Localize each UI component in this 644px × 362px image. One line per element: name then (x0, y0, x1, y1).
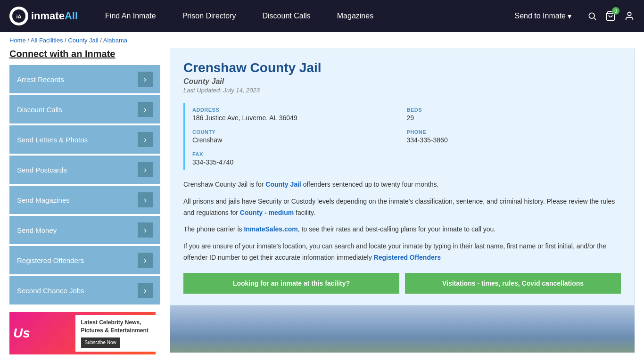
sidebar-item-registered-offenders[interactable]: Registered Offenders › (9, 246, 160, 274)
desc-paragraph-1: Crenshaw County Jail is for County Jail … (183, 179, 621, 190)
logo-icon: iA (9, 7, 28, 25)
desc-paragraph-4: If you are unsure of your inmate's locat… (183, 241, 621, 263)
arrow-icon-5: › (138, 222, 153, 238)
svg-text:iA: iA (17, 14, 22, 19)
breadcrumb-state[interactable]: Alabama (103, 37, 127, 44)
inmate-sales-link[interactable]: InmateSales.com (244, 225, 297, 233)
logo[interactable]: iA inmateAll (9, 7, 78, 25)
ad-content: Latest Celebrity News, Pictures & Entert… (75, 315, 156, 352)
arrow-icon-7: › (138, 283, 153, 298)
county-group: COUNTY Crenshaw (192, 125, 407, 148)
county-medium-link[interactable]: County - medium (240, 209, 294, 216)
desc-paragraph-3: The phone carrier is InmateSales.com, to… (183, 224, 621, 235)
fax-label: FAX (192, 151, 401, 157)
sidebar-label-send-magazines: Send Magazines (17, 196, 70, 204)
send-to-inmate-button[interactable]: Send to Inmate ▾ (507, 0, 579, 32)
svg-point-2 (589, 13, 594, 18)
beds-value: 29 (407, 114, 616, 122)
cart-badge: 0 (612, 7, 619, 15)
arrow-icon-1: › (138, 102, 153, 117)
fax-group: FAX 334-335-4740 (192, 148, 407, 170)
breadcrumb-home[interactable]: Home (9, 37, 26, 44)
nav-icons: Send to Inmate ▾ 0 (507, 0, 635, 32)
sidebar-item-send-money[interactable]: Send Money › (9, 216, 160, 244)
nav-prison-directory[interactable]: Prison Directory (169, 0, 249, 32)
ad-logo: Us (13, 326, 30, 341)
sidebar-label-discount-calls: Discount Calls (17, 106, 62, 114)
facility-card: Crenshaw County Jail County Jail Last Up… (170, 49, 635, 305)
arrow-icon-0: › (138, 72, 153, 87)
logo-text-inmate: inmate (31, 10, 65, 22)
svg-point-5 (627, 12, 631, 16)
user-button[interactable] (624, 11, 635, 21)
nav-find-inmate[interactable]: Find An Inmate (92, 0, 169, 32)
address-group: ADDRESS 186 Justice Ave, Luverne, AL 360… (192, 103, 407, 125)
fax-value: 334-335-4740 (192, 158, 401, 166)
sidebar-item-second-chance-jobs[interactable]: Second Chance Jobs › (9, 276, 160, 304)
arrow-icon-4: › (138, 192, 153, 207)
sidebar-item-send-letters[interactable]: Send Letters & Photos › (9, 125, 160, 154)
beds-label: BEDS (407, 107, 616, 113)
sidebar-label-send-postcards: Send Postcards (17, 166, 67, 174)
main-content: Crenshaw County Jail County Jail Last Up… (170, 49, 635, 354)
sidebar-title: Connect with an Inmate (9, 49, 160, 59)
advertisement-banner[interactable]: Us Latest Celebrity News, Pictures & Ent… (9, 312, 156, 354)
nav-magazines[interactable]: Magazines (324, 0, 387, 32)
sidebar-label-send-money: Send Money (17, 226, 57, 234)
facility-type: County Jail (183, 77, 621, 86)
sidebar-item-arrest-records[interactable]: Arrest Records › (9, 65, 160, 93)
main-nav: Find An Inmate Prison Directory Discount… (92, 0, 507, 32)
sidebar-item-send-postcards[interactable]: Send Postcards › (9, 156, 160, 184)
cart-button[interactable]: 0 (605, 11, 616, 21)
address-value: 186 Justice Ave, Luverne, AL 36049 (192, 114, 401, 122)
ad-subscribe-button[interactable]: Subscribe Now (81, 337, 120, 348)
phone-label: PHONE (407, 129, 616, 135)
phone-group: PHONE 334-335-3860 (407, 125, 621, 148)
arrow-icon-2: › (138, 132, 153, 147)
sidebar-label-send-letters: Send Letters & Photos (17, 136, 88, 144)
nav-discount-calls[interactable]: Discount Calls (249, 0, 323, 32)
arrow-icon-3: › (138, 162, 153, 177)
arrow-icon-6: › (138, 253, 153, 268)
county-jail-link[interactable]: County Jail (265, 181, 301, 188)
breadcrumb-county-jail[interactable]: County Jail (68, 37, 98, 44)
county-value: Crenshaw (192, 136, 401, 144)
chevron-down-icon: ▾ (568, 12, 571, 21)
address-label: ADDRESS (192, 107, 401, 113)
facility-last-updated: Last Updated: July 14, 2023 (183, 87, 621, 94)
sidebar: Connect with an Inmate Arrest Records › … (9, 49, 160, 354)
facility-description: Crenshaw County Jail is for County Jail … (183, 179, 621, 263)
breadcrumb-all-facilities[interactable]: All Facilities (31, 37, 63, 44)
action-buttons: Looking for an inmate at this facility? … (183, 273, 621, 294)
svg-line-3 (594, 18, 596, 20)
sidebar-item-send-magazines[interactable]: Send Magazines › (9, 186, 160, 214)
facility-name: Crenshaw County Jail (183, 60, 621, 75)
desc-paragraph-2: All prisons and jails have Security or C… (183, 196, 621, 219)
find-inmate-button[interactable]: Looking for an inmate at this facility? (183, 273, 399, 294)
county-label: COUNTY (192, 129, 401, 135)
search-button[interactable] (587, 11, 597, 21)
visitations-button[interactable]: Visitations - times, rules, Covid cancel… (405, 273, 621, 294)
sidebar-label-registered-offenders: Registered Offenders (17, 256, 84, 264)
logo-text-all: All (65, 10, 78, 22)
breadcrumb: Home / All Facilities / County Jail / Al… (0, 32, 644, 49)
sidebar-menu: Arrest Records › Discount Calls › Send L… (9, 65, 160, 304)
sidebar-label-second-chance-jobs: Second Chance Jobs (17, 287, 84, 295)
facility-photo (170, 305, 635, 353)
registered-offenders-link[interactable]: Registered Offenders (374, 254, 441, 261)
facility-details: ADDRESS 186 Justice Ave, Luverne, AL 360… (183, 103, 621, 170)
sidebar-item-discount-calls[interactable]: Discount Calls › (9, 95, 160, 123)
ad-headline: Latest Celebrity News, Pictures & Entert… (81, 319, 149, 334)
sidebar-label-arrest-records: Arrest Records (17, 75, 64, 83)
phone-value: 334-335-3860 (407, 136, 616, 144)
beds-group: BEDS 29 (407, 103, 621, 125)
